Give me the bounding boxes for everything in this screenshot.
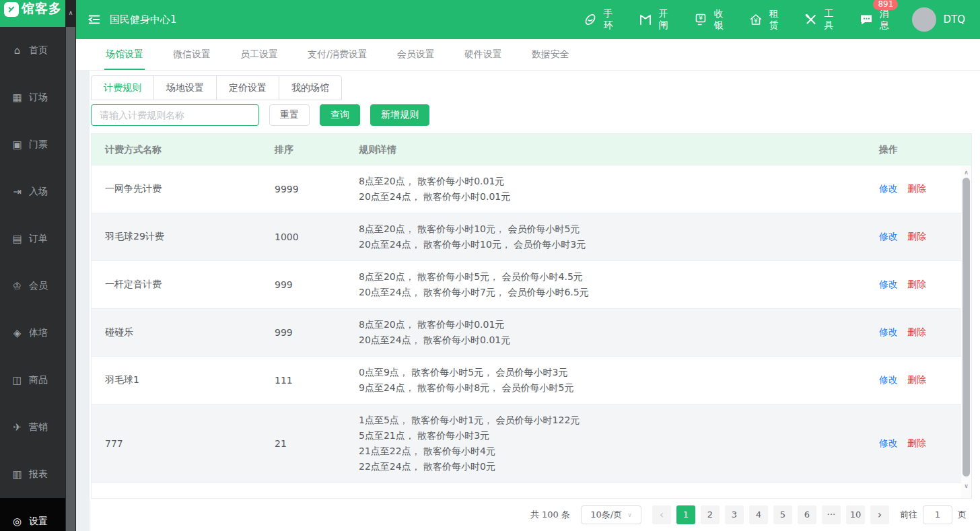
sidebar-item-order[interactable]: ▤订单 bbox=[0, 215, 65, 262]
header-action-message[interactable]: 消息891 bbox=[858, 8, 889, 31]
pagination: 共 100 条 10条/页 ∨ ‹123456···10› 前往 页 bbox=[91, 499, 972, 530]
user-avatar[interactable] bbox=[912, 7, 936, 32]
column-header-order: 排序 bbox=[275, 144, 359, 156]
rule-order: 999 bbox=[275, 327, 359, 338]
rule-detail-line: 0点至9点， 散客价每小时5元， 会员价每小时3元 bbox=[359, 365, 879, 380]
main-tab-7[interactable]: 数据安全 bbox=[530, 39, 571, 70]
page-size-select[interactable]: 10条/页 ∨ bbox=[581, 505, 641, 524]
entry-icon: ⇥ bbox=[11, 186, 24, 198]
sidebar-menu: ⌂首页▦订场▣门票⇥入场▤订单♔会员◈体培◫商品✈营销▥报表◎设置 bbox=[0, 27, 65, 531]
sidebar-item-booking[interactable]: ▦订场 bbox=[0, 74, 65, 121]
content-area: 计费规则场地设置定价设置我的场馆 重置 查询 新增规则 计费方式名称 排序 规则… bbox=[76, 71, 980, 531]
sidebar-item-home[interactable]: ⌂首页 bbox=[0, 27, 65, 74]
header-action-rental[interactable]: ¥租赁 bbox=[748, 8, 779, 31]
rule-details: 8点至20点， 散客价每小时0.01元20点至24点， 散客价每小时0.01元 bbox=[359, 317, 879, 348]
table-header-row: 计费方式名称 排序 规则详情 操作 bbox=[92, 134, 971, 166]
venue-title: 国民健身中心1 bbox=[110, 13, 177, 26]
table-row: 碰碰乐9998点至20点， 散客价每小时0.01元20点至24点， 散客价每小时… bbox=[92, 309, 971, 357]
pager-more-button[interactable]: ··· bbox=[822, 505, 841, 524]
main-tab-4[interactable]: 支付/消费设置 bbox=[306, 39, 369, 70]
table-scroll-down-icon[interactable]: ∨ bbox=[961, 483, 971, 489]
rule-details: 8点至20点， 散客价每小时10元， 会员价每小时5元20点至24点， 散客价每… bbox=[359, 221, 879, 252]
sidebar-item-label: 营销 bbox=[29, 421, 48, 433]
column-header-name: 计费方式名称 bbox=[92, 144, 275, 156]
table-scroll-up-icon[interactable]: ∧ bbox=[961, 169, 971, 176]
header-action-cashier[interactable]: ¥收银 bbox=[693, 8, 724, 31]
page-button-5[interactable]: 5 bbox=[773, 505, 792, 524]
sidebar-item-training[interactable]: ◈体培 bbox=[0, 310, 65, 357]
search-input[interactable] bbox=[91, 104, 259, 126]
edit-link[interactable]: 修改 bbox=[879, 374, 898, 386]
chevron-down-icon: ∨ bbox=[627, 511, 632, 518]
total-count: 共 100 条 bbox=[530, 509, 570, 521]
app-window: 馆客多 ⌂首页▦订场▣门票⇥入场▤订单♔会员◈体培◫商品✈营销▥报表◎设置 ∧ … bbox=[0, 0, 980, 531]
query-button[interactable]: 查询 bbox=[320, 104, 360, 126]
main-tab-3[interactable]: 员工设置 bbox=[239, 39, 279, 70]
table-scrollbar[interactable]: ∧ ∨ bbox=[961, 166, 971, 498]
court-booking-icon: ▦ bbox=[11, 92, 24, 104]
header-action-gate[interactable]: 开闸 bbox=[637, 8, 668, 31]
main-tab-2[interactable]: 微信设置 bbox=[172, 39, 212, 70]
rule-detail-line: 5点至21点， 散客价每小时3元 bbox=[359, 428, 879, 444]
page-button-2[interactable]: 2 bbox=[701, 505, 720, 524]
edit-link[interactable]: 修改 bbox=[879, 231, 898, 243]
delete-link[interactable]: 删除 bbox=[907, 231, 926, 243]
page-button-4[interactable]: 4 bbox=[749, 505, 768, 524]
table-body: 一网争先计费99998点至20点， 散客价每小时0.01元20点至24点， 散客… bbox=[92, 166, 971, 498]
header-action-tools[interactable]: 工具 bbox=[803, 8, 834, 31]
sidebar-scrollbar[interactable]: ∧ bbox=[65, 0, 76, 531]
row-actions: 修改删除 bbox=[879, 326, 971, 339]
sidebar-scroll-up-icon[interactable]: ∧ bbox=[65, 9, 76, 17]
app-logo[interactable]: 馆客多 bbox=[0, 0, 65, 27]
prev-page-button[interactable]: ‹ bbox=[652, 505, 671, 524]
main-tab-5[interactable]: 会员设置 bbox=[396, 39, 436, 70]
sidebar-item-ticket[interactable]: ▣门票 bbox=[0, 121, 65, 168]
page-button-6[interactable]: 6 bbox=[798, 505, 816, 524]
table-scrollbar-thumb[interactable] bbox=[963, 178, 970, 476]
left-gutter bbox=[76, 71, 90, 531]
delete-link[interactable]: 删除 bbox=[907, 326, 926, 339]
delete-link[interactable]: 删除 bbox=[907, 437, 926, 450]
svg-text:¥: ¥ bbox=[699, 15, 703, 22]
sidebar-scrollbar-thumb[interactable] bbox=[66, 27, 75, 531]
reset-button[interactable]: 重置 bbox=[269, 104, 310, 126]
row-actions: 修改删除 bbox=[879, 437, 971, 450]
edit-link[interactable]: 修改 bbox=[879, 437, 898, 450]
page-button-10[interactable]: 10 bbox=[846, 505, 865, 524]
sub-tab-1[interactable]: 计费规则 bbox=[91, 75, 154, 100]
sidebar-item-report[interactable]: ▥报表 bbox=[0, 451, 65, 498]
order-icon: ▤ bbox=[11, 233, 24, 245]
sub-tab-3[interactable]: 定价设置 bbox=[216, 75, 279, 100]
edit-link[interactable]: 修改 bbox=[879, 326, 898, 339]
page-button-3[interactable]: 3 bbox=[725, 505, 744, 524]
sidebar-item-goods[interactable]: ◫商品 bbox=[0, 357, 65, 404]
sidebar-item-entry[interactable]: ⇥入场 bbox=[0, 168, 65, 215]
main-tab-1[interactable]: 场馆设置 bbox=[104, 39, 145, 70]
add-rule-button[interactable]: 新增规则 bbox=[370, 104, 429, 126]
edit-link[interactable]: 修改 bbox=[879, 279, 898, 291]
sidebar-item-label: 商品 bbox=[29, 374, 48, 386]
sub-tab-2[interactable]: 场地设置 bbox=[153, 75, 217, 100]
delete-link[interactable]: 删除 bbox=[907, 183, 926, 195]
sub-tab-4[interactable]: 我的场馆 bbox=[279, 75, 342, 100]
settings-icon: ◎ bbox=[11, 516, 24, 528]
rule-detail-line: 1点至5点， 散客价每小时1元， 会员价每小时122元 bbox=[359, 413, 879, 428]
delete-link[interactable]: 删除 bbox=[907, 279, 926, 291]
collapse-sidebar-icon[interactable] bbox=[87, 12, 102, 27]
sidebar-item-member[interactable]: ♔会员 bbox=[0, 262, 65, 310]
delete-link[interactable]: 删除 bbox=[907, 374, 926, 386]
sidebar-item-label: 首页 bbox=[29, 44, 48, 57]
header-action-wristband[interactable]: 手环 bbox=[582, 8, 613, 31]
user-name[interactable]: DTQ bbox=[943, 13, 965, 26]
header-action-label: 消息 bbox=[879, 8, 889, 31]
rule-order: 21 bbox=[275, 438, 359, 449]
page-button-1[interactable]: 1 bbox=[676, 505, 695, 524]
main-tab-6[interactable]: 硬件设置 bbox=[463, 39, 503, 70]
table-row: 羽毛球11110点至9点， 散客价每小时5元， 会员价每小时3元9点至24点， … bbox=[92, 357, 971, 404]
edit-link[interactable]: 修改 bbox=[879, 183, 898, 195]
goto-page-input[interactable] bbox=[923, 505, 952, 524]
sidebar-item-marketing[interactable]: ✈营销 bbox=[0, 404, 65, 451]
rule-detail-line: 20点至24点， 散客价每小时10元， 会员价每小时3元 bbox=[359, 237, 879, 252]
next-page-button[interactable]: › bbox=[870, 505, 889, 524]
message-badge: 891 bbox=[873, 0, 898, 10]
